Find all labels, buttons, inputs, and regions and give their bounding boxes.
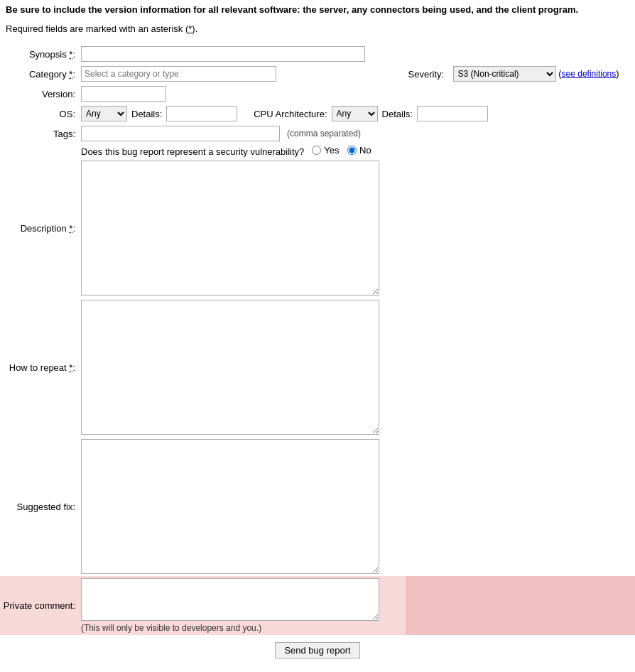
private-comment-textarea[interactable] [81,578,379,621]
cpu-details-label: Details: [382,109,413,119]
security-no-label: No [359,145,371,156]
how-to-repeat-textarea[interactable] [81,300,379,435]
tags-label: Tags: [0,124,78,143]
severity-select[interactable]: S1 (Critical) S2 (Major) S3 (Non-critica… [453,66,556,82]
security-no-radio[interactable] [347,146,357,155]
private-comment-note: (This will only be visible to developers… [81,623,403,633]
os-details-input[interactable] [166,106,237,121]
send-bug-report-button[interactable]: Send bug report [275,642,359,659]
os-details-label: Details: [131,109,162,119]
required-note: Required fields are marked with an aster… [0,23,635,34]
version-label: Version: [0,84,78,104]
arch-details-input[interactable] [417,106,488,121]
version-input[interactable] [81,86,166,102]
submit-row: Send bug report [0,635,635,666]
how-to-repeat-label: How to repeat *: [0,298,78,437]
top-notice: Be sure to include the version informati… [0,0,635,19]
severity-label: Severity: [408,69,445,80]
security-yes-radio[interactable] [312,146,321,155]
cpu-arch-label: CPU Architecture: [254,109,327,119]
suggested-fix-label: Suggested fix: [0,437,78,576]
os-label: OS: [0,104,78,124]
see-definitions-link[interactable]: see definitions [562,69,617,79]
security-yes-label: Yes [324,145,339,156]
description-label: Description *: [0,158,78,298]
arch-select[interactable]: Any x86 x64 ARM Other [332,106,378,121]
category-input[interactable] [81,66,276,82]
security-question: Does this bug report represent a securit… [81,146,304,157]
synopsis-label: Synopsis *: [0,44,78,64]
category-label: Category *: [0,64,78,84]
private-comment-label: Private comment: [0,576,78,635]
tags-note: (comma separated) [287,129,361,139]
tags-input[interactable] [81,126,280,141]
synopsis-input[interactable] [81,46,365,62]
description-textarea[interactable] [81,161,379,296]
os-select[interactable]: Any Windows Linux macOS Other [81,106,127,121]
suggested-fix-textarea[interactable] [81,439,379,574]
